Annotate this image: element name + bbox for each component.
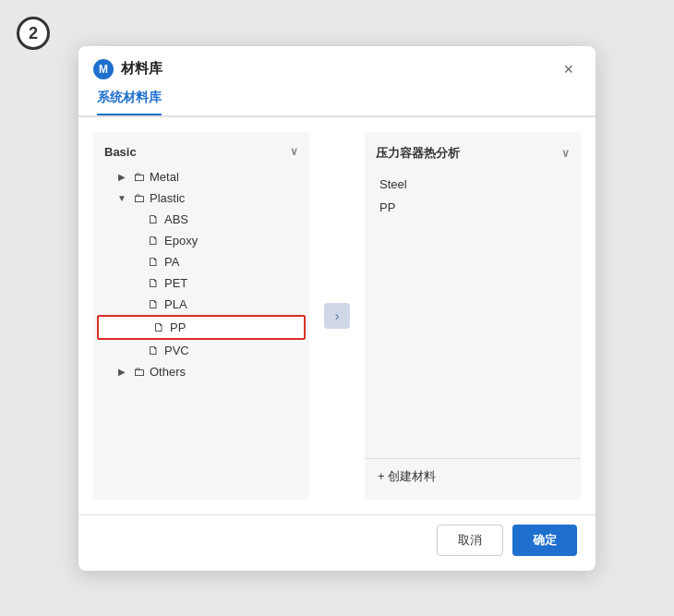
file-pvc-icon: 🗋 xyxy=(148,344,160,357)
tree-item-epoxy[interactable]: 🗋 Epoxy xyxy=(93,230,309,251)
folder-others-icon: 🗀 xyxy=(133,365,145,379)
dialog-body: Basic ∨ ▶ 🗀 Metal ▼ 🗀 Plastic 🗋 ABS xyxy=(78,117,596,514)
left-panel-chevron[interactable]: ∨ xyxy=(290,145,298,158)
tree-label-pvc: PVC xyxy=(164,344,189,357)
right-list-item-steel[interactable]: Steel xyxy=(365,173,581,196)
toggle-pvc xyxy=(130,345,143,356)
toggle-metal: ▶ xyxy=(115,172,128,182)
tree-item-pvc[interactable]: 🗋 PVC xyxy=(93,340,309,361)
tree-label-pa: PA xyxy=(164,255,179,269)
tree-label-pla: PLA xyxy=(164,297,187,311)
confirm-button[interactable]: 确定 xyxy=(512,525,577,556)
tree-item-metal[interactable]: ▶ 🗀 Metal xyxy=(93,166,309,187)
file-pet-icon: 🗋 xyxy=(148,276,160,290)
tree-item-pla[interactable]: 🗋 PLA xyxy=(93,294,309,315)
right-panel-header: 压力容器热分析 ∨ xyxy=(365,138,581,169)
toggle-abs xyxy=(130,214,143,224)
right-panel: 压力容器热分析 ∨ Steel PP + 创建材料 xyxy=(365,132,581,500)
folder-metal-icon: 🗀 xyxy=(133,170,145,184)
arrow-btn-container: › xyxy=(320,132,354,500)
dialog-title: 材料库 xyxy=(121,60,162,78)
right-list-item-pp[interactable]: PP xyxy=(365,196,581,219)
toggle-plastic: ▼ xyxy=(115,193,128,203)
material-library-dialog: M 材料库 × 系统材料库 Basic ∨ ▶ 🗀 Metal ▼ 🗀 xyxy=(78,46,596,571)
tree-label-epoxy: Epoxy xyxy=(164,234,198,248)
tree-item-pa[interactable]: 🗋 PA xyxy=(93,251,309,272)
toggle-pa xyxy=(130,257,143,267)
toggle-pet xyxy=(130,278,143,288)
create-material-button[interactable]: + 创建材料 xyxy=(365,458,581,494)
tree-item-pet[interactable]: 🗋 PET xyxy=(93,272,309,294)
tab-system-material-library[interactable]: 系统材料库 xyxy=(97,90,162,115)
left-panel-header: Basic ∨ xyxy=(93,138,309,166)
file-abs-icon: 🗋 xyxy=(148,212,160,226)
right-panel-title: 压力容器热分析 xyxy=(376,145,460,162)
file-epoxy-icon: 🗋 xyxy=(148,234,160,248)
right-list: Steel PP xyxy=(365,169,581,223)
toggle-pp xyxy=(136,322,149,332)
tree-label-plastic: Plastic xyxy=(150,191,185,205)
file-pp-icon: 🗋 xyxy=(153,320,165,334)
title-row: M 材料库 xyxy=(93,59,162,79)
left-panel-title: Basic xyxy=(104,145,137,159)
file-pa-icon: 🗋 xyxy=(148,255,160,269)
toggle-epoxy xyxy=(130,236,143,246)
toggle-pla xyxy=(130,299,143,309)
tree-item-pp[interactable]: 🗋 PP xyxy=(97,315,306,340)
dialog-footer: 取消 确定 xyxy=(78,515,596,571)
tree-item-plastic[interactable]: ▼ 🗀 Plastic xyxy=(93,187,309,209)
right-panel-chevron[interactable]: ∨ xyxy=(561,147,570,160)
arrow-right-icon: › xyxy=(335,308,340,323)
step-badge: 2 xyxy=(17,17,50,50)
tree-item-abs[interactable]: 🗋 ABS xyxy=(93,209,309,230)
cancel-button[interactable]: 取消 xyxy=(437,525,503,556)
left-panel: Basic ∨ ▶ 🗀 Metal ▼ 🗀 Plastic 🗋 ABS xyxy=(93,132,309,500)
dialog-tabs: 系统材料库 xyxy=(78,79,596,117)
dialog-header: M 材料库 × xyxy=(78,46,596,79)
toggle-others: ▶ xyxy=(115,367,128,377)
tree-label-abs: ABS xyxy=(164,212,188,226)
add-to-right-button[interactable]: › xyxy=(324,303,350,329)
tree-label-pet: PET xyxy=(164,276,187,290)
tree-label-metal: Metal xyxy=(150,170,179,184)
tree-label-others: Others xyxy=(150,365,186,379)
close-button[interactable]: × xyxy=(560,59,577,79)
tree-label-pp: PP xyxy=(170,320,186,334)
dialog-app-icon: M xyxy=(93,59,114,79)
tree-item-others[interactable]: ▶ 🗀 Others xyxy=(93,361,309,382)
file-pla-icon: 🗋 xyxy=(148,297,160,311)
folder-plastic-icon: 🗀 xyxy=(133,191,145,205)
